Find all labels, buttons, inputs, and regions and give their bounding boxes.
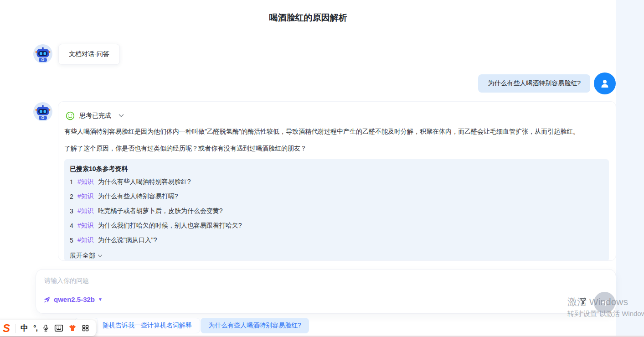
page-title: 喝酒脸红的原因解析 [0, 12, 616, 24]
caret-down-icon: ▼ [98, 297, 103, 302]
page-background-strip [616, 0, 644, 337]
bot-intro-bubble: 文档对话-问答 [58, 44, 120, 65]
reference-index: 3 [70, 207, 77, 215]
composer-card: 请输入你的问题 qwen2.5-32b ▼ [36, 269, 616, 314]
bot-avatar [33, 44, 52, 63]
robot-icon [33, 102, 52, 121]
reference-text: 为什么说"病从口入"? [98, 236, 157, 244]
toolbox-grid-icon[interactable] [82, 324, 89, 332]
bot-avatar [33, 102, 52, 121]
virtual-keyboard-icon[interactable] [54, 324, 63, 332]
suggestion-chip[interactable]: 随机告诉我一些计算机名词解释 [94, 318, 200, 333]
filter-icon[interactable] [579, 297, 587, 307]
reference-index: 4 [70, 222, 77, 229]
suggestion-label: 为什么有些人喝酒特别容易脸红? [208, 321, 301, 330]
reference-text: 为什么我们打哈欠的时候，别人也容易跟着打哈欠? [98, 222, 242, 230]
reference-index: 2 [70, 193, 77, 200]
person-icon [599, 78, 610, 89]
model-name-label: qwen2.5-32b [54, 296, 95, 303]
references-panel: 已搜索10条参考资料 1 #知识 为什么有些人喝酒特别容易脸红? 2 #知识 为… [64, 159, 609, 261]
reference-tag[interactable]: #知识 [77, 207, 94, 215]
reference-text: 为什么有些人喝酒特别容易脸红? [98, 178, 191, 186]
paper-plane-icon [43, 296, 51, 303]
ime-punctuation-button[interactable]: °, [33, 324, 37, 332]
model-selector[interactable]: qwen2.5-32b ▼ [43, 296, 103, 303]
answer-paragraph: 有些人喝酒特别容易脸红是因为他们体内一种叫做"乙醛脱氢酶"的酶活性较低，导致酒精… [64, 128, 579, 136]
references-header: 已搜索10条参考资料 [70, 165, 128, 173]
suggestion-label: 随机告诉我一些计算机名词解释 [103, 321, 192, 330]
user-avatar[interactable] [594, 73, 616, 94]
reference-item[interactable]: 4 #知识 为什么我们打哈欠的时候，别人也容易跟着打哈欠? [70, 222, 242, 230]
answer-paragraph: 了解了这个原因，你是否也有过类似的经历呢？或者你有没有遇到过喝酒脸红的朋友？ [64, 145, 307, 153]
reference-item[interactable]: 2 #知识 为什么有些人特别容易打嗝? [70, 192, 178, 201]
app-window: 喝酒脸红的原因解析 文档对话-问答 为什么有些人喝酒特别容易脸红? [0, 0, 644, 337]
expand-all-button[interactable]: 展开全部 [70, 252, 103, 260]
user-message-bubble: 为什么有些人喝酒特别容易脸红? [478, 74, 590, 93]
ime-logo[interactable]: S [3, 323, 10, 334]
thinking-status-label: 思考已完成 [79, 112, 111, 120]
ime-language-mode-button[interactable]: 中 [21, 323, 28, 333]
bot-intro-label: 文档对话-问答 [69, 50, 109, 58]
reference-tag[interactable]: #知识 [77, 178, 94, 186]
reference-item[interactable]: 5 #知识 为什么说"病从口入"? [70, 236, 157, 244]
reference-tag[interactable]: #知识 [77, 222, 94, 230]
expand-all-label: 展开全部 [70, 252, 95, 260]
user-message-text: 为什么有些人喝酒特别容易脸红? [488, 79, 581, 88]
reference-item[interactable]: 1 #知识 为什么有些人喝酒特别容易脸红? [70, 178, 191, 186]
message-input[interactable]: 请输入你的问题 [44, 277, 89, 285]
chevron-down-icon [118, 114, 124, 118]
smiley-icon [66, 111, 75, 120]
reference-text: 吃完橘子或者胡萝卜后，皮肤为什么会变黄? [98, 207, 223, 215]
divider [15, 324, 15, 333]
microphone-icon[interactable] [42, 324, 49, 332]
suggestion-chip[interactable]: 为什么有些人喝酒特别容易脸红? [201, 318, 309, 333]
reference-item[interactable]: 3 #知识 吃完橘子或者胡萝卜后，皮肤为什么会变黄? [70, 207, 223, 215]
reference-tag[interactable]: #知识 [77, 236, 94, 244]
send-button[interactable] [594, 292, 615, 313]
reference-text: 为什么有些人特别容易打嗝? [98, 192, 178, 201]
robot-icon [33, 44, 52, 63]
reference-index: 5 [70, 237, 77, 244]
reference-tag[interactable]: #知识 [77, 192, 94, 201]
ime-toolbar: S 中 °, [0, 320, 96, 336]
assistant-reply-card: 思考已完成 有些人喝酒特别容易脸红是因为他们体内一种叫做"乙醛脱氢酶"的酶活性较… [58, 101, 616, 261]
skin-shirt-icon[interactable] [68, 324, 77, 332]
thinking-status-toggle[interactable]: 思考已完成 [66, 111, 124, 120]
chevron-down-icon [98, 254, 103, 258]
reference-index: 1 [70, 178, 77, 186]
send-plane-icon [600, 298, 609, 307]
